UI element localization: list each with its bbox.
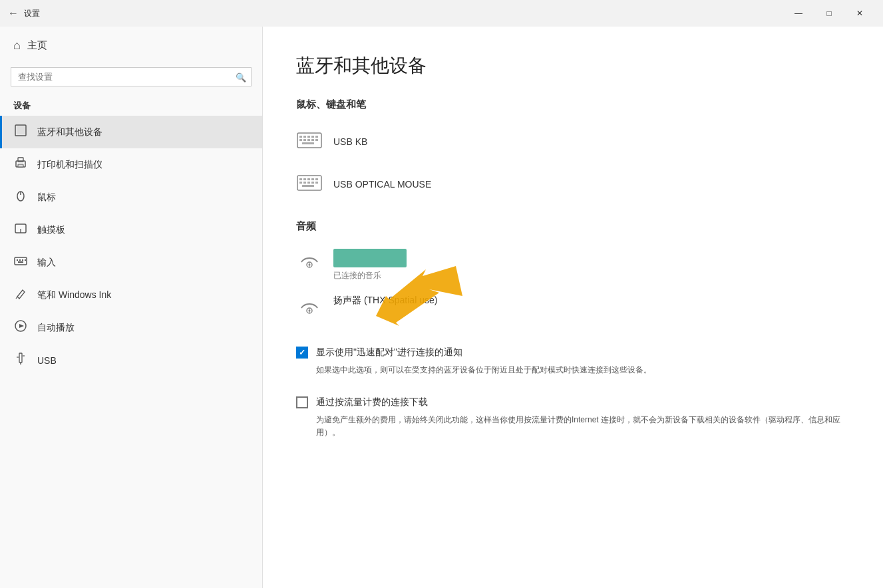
svg-rect-4 (18, 164, 23, 167)
svg-marker-17 (19, 324, 24, 328)
sidebar: ⌂ 主页 🔍 设备 蓝牙和其他设备 (0, 27, 263, 588)
content-area: 蓝牙和其他设备 鼠标、键盘和笔 (263, 27, 883, 588)
home-icon: ⌂ (13, 39, 21, 53)
svg-rect-43 (311, 182, 314, 184)
audio-device-name-bar (333, 249, 407, 267)
svg-rect-38 (311, 178, 314, 180)
checkbox-1[interactable]: ✓ (296, 347, 308, 359)
svg-rect-9 (15, 257, 27, 265)
svg-rect-24 (303, 136, 306, 138)
svg-line-15 (16, 297, 17, 299)
bluetooth-icon (13, 124, 28, 140)
printer-icon (13, 156, 28, 173)
sidebar-item-printers[interactable]: 打印机和扫描仪 (0, 148, 262, 181)
svg-rect-37 (307, 178, 310, 180)
app-body: ⌂ 主页 🔍 设备 蓝牙和其他设备 (0, 27, 883, 588)
svg-rect-44 (315, 182, 318, 184)
mouse-icon (13, 189, 28, 206)
svg-rect-27 (315, 136, 318, 138)
svg-rect-31 (311, 139, 314, 141)
usb-icon (13, 352, 28, 368)
page-title: 蓝牙和其他设备 (296, 53, 850, 78)
sidebar-section-label: 设备 (0, 94, 262, 116)
sidebar-item-touchpad-label: 触摸板 (37, 224, 65, 236)
sidebar-item-bluetooth[interactable]: 蓝牙和其他设备 (0, 116, 262, 148)
sidebar-home-label: 主页 (27, 39, 47, 52)
audio-section-title: 音频 (296, 220, 850, 233)
device-item-usbkb: USB KB (296, 122, 850, 162)
svg-rect-26 (311, 136, 314, 138)
audio-device-connected-sub: 已连接的音乐 (333, 270, 407, 281)
audio-icon-speakers (296, 295, 323, 321)
sidebar-item-bluetooth-label: 蓝牙和其他设备 (37, 126, 102, 138)
checkbox-2[interactable] (296, 396, 308, 408)
svg-rect-12 (22, 259, 23, 261)
maximize-button[interactable]: □ (814, 3, 844, 24)
audio-device-connected: 已连接的音乐 (296, 243, 850, 287)
titlebar-title: 设置 (24, 8, 40, 19)
svg-rect-25 (307, 136, 310, 138)
autoplay-icon (13, 319, 28, 336)
audio-icon-connected (296, 249, 323, 275)
sidebar-item-touchpad[interactable]: 触摸板 (0, 214, 262, 246)
search-icon: 🔍 (236, 72, 246, 82)
device-item-usbmouse: USB OPTICAL MOUSE (296, 164, 850, 204)
sidebar-item-input[interactable]: 输入 (0, 246, 262, 279)
svg-rect-14 (18, 261, 23, 263)
svg-rect-45 (302, 185, 314, 187)
checkbox-1-desc: 如果选中此选项，则可以在受支持的蓝牙设备位于附近且处于配对模式时快速连接到这些设… (316, 364, 850, 376)
svg-rect-41 (303, 182, 306, 184)
keyboard-device-icon (296, 128, 323, 155)
back-button[interactable]: ← (8, 7, 19, 19)
svg-rect-35 (299, 178, 302, 180)
sidebar-item-pen-label: 笔和 Windows Ink (37, 289, 111, 301)
svg-rect-36 (303, 178, 306, 180)
svg-rect-10 (17, 259, 18, 261)
svg-rect-42 (307, 182, 310, 184)
minimize-button[interactable]: — (783, 3, 814, 24)
svg-rect-23 (299, 136, 302, 138)
audio-device-speakers-name: 扬声器 (THX Spatial use) (333, 295, 437, 307)
sidebar-item-usb[interactable]: USB (0, 344, 262, 376)
search-box-wrapper: 🔍 (11, 67, 252, 86)
pen-icon (13, 287, 28, 303)
sidebar-item-usb-label: USB (37, 355, 57, 366)
svg-rect-40 (299, 182, 302, 184)
sidebar-item-mouse[interactable]: 鼠标 (0, 181, 262, 214)
audio-device-connected-info: 已连接的音乐 (333, 249, 407, 281)
checkbox-1-label: 显示使用"迅速配对"进行连接的通知 (316, 347, 462, 359)
device-usbmouse-name: USB OPTICAL MOUSE (333, 179, 431, 190)
close-button[interactable]: ✕ (844, 3, 875, 24)
device-usbkb-name: USB KB (333, 136, 367, 147)
checkbox-2-desc: 为避免产生额外的费用，请始终关闭此功能，这样当你使用按流量计费的Internet… (316, 414, 850, 439)
mouse-device-icon (296, 171, 323, 198)
svg-rect-30 (307, 139, 310, 141)
svg-rect-13 (25, 259, 26, 261)
svg-rect-28 (299, 139, 302, 141)
checkbox-section-1: ✓ 显示使用"迅速配对"进行连接的通知 如果选中此选项，则可以在受支持的蓝牙设备… (296, 347, 850, 376)
sidebar-item-mouse-label: 鼠标 (37, 192, 56, 204)
sidebar-item-printers-label: 打印机和扫描仪 (37, 159, 102, 171)
window-controls: — □ ✕ (783, 3, 875, 24)
touchpad-icon (13, 221, 28, 238)
svg-rect-11 (19, 259, 21, 261)
titlebar: ← 设置 — □ ✕ (0, 0, 883, 27)
mouse-keyboard-section-title: 鼠标、键盘和笔 (296, 98, 850, 111)
sidebar-item-input-label: 输入 (37, 257, 56, 269)
search-input[interactable] (11, 67, 252, 86)
checkbox-section-2: 通过按流量计费的连接下载 为避免产生额外的费用，请始终关闭此功能，这样当你使用按… (296, 396, 850, 439)
check-icon-1: ✓ (299, 348, 305, 357)
svg-rect-32 (315, 139, 318, 141)
audio-device-speakers: 扬声器 (THX Spatial use) (296, 289, 850, 327)
checkbox-row-2: 通过按流量计费的连接下载 (296, 396, 850, 408)
sidebar-home[interactable]: ⌂ 主页 (0, 27, 262, 65)
sidebar-item-autoplay[interactable]: 自动播放 (0, 311, 262, 344)
svg-rect-18 (19, 353, 22, 363)
svg-rect-33 (302, 142, 314, 144)
svg-rect-39 (315, 178, 318, 180)
keyboard-icon (13, 254, 28, 271)
sidebar-item-autoplay-label: 自动播放 (37, 322, 75, 334)
sidebar-item-pen[interactable]: 笔和 Windows Ink (0, 279, 262, 311)
svg-rect-29 (303, 139, 306, 141)
svg-rect-1 (17, 126, 25, 134)
